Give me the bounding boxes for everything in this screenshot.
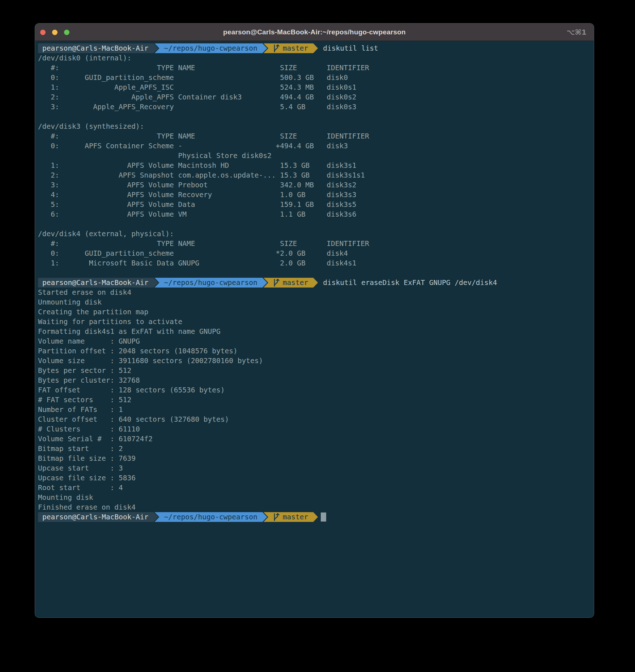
command-text-1: diskutil list bbox=[323, 43, 378, 53]
prompt-git-segment: master bbox=[264, 512, 318, 522]
erase-disk-output: Started erase on disk4 Unmounting disk C… bbox=[38, 288, 591, 512]
git-branch-icon bbox=[273, 513, 280, 521]
window-title-bar[interactable]: pearson@Carls-MacBook-Air:~/repos/hugo-c… bbox=[35, 24, 594, 41]
prompt-line-1: pearson@Carls-MacBook-Air ~/repos/hugo-c… bbox=[38, 43, 591, 53]
prompt-line-current: pearson@Carls-MacBook-Air ~/repos/hugo-c… bbox=[38, 512, 591, 522]
minimize-button[interactable] bbox=[52, 30, 57, 35]
prompt-user-host-segment: pearson@Carls-MacBook-Air bbox=[38, 278, 158, 288]
git-branch-label: master bbox=[283, 278, 308, 288]
prompt-user-host-segment: pearson@Carls-MacBook-Air bbox=[38, 512, 158, 522]
window-shortcut-badge: ⌥⌘1 bbox=[566, 24, 587, 41]
diskutil-list-output: /dev/disk0 (internal): #: TYPE NAME SIZE… bbox=[38, 53, 591, 268]
window-title: pearson@Carls-MacBook-Air:~/repos/hugo-c… bbox=[223, 28, 406, 36]
git-branch-icon bbox=[273, 278, 280, 287]
block-cursor bbox=[321, 512, 326, 522]
git-branch-label: master bbox=[283, 43, 308, 53]
terminal-screen[interactable]: pearson@Carls-MacBook-Air ~/repos/hugo-c… bbox=[35, 41, 594, 617]
close-button[interactable] bbox=[40, 30, 46, 35]
git-branch-label: master bbox=[283, 512, 308, 522]
terminal-window: pearson@Carls-MacBook-Air:~/repos/hugo-c… bbox=[35, 23, 594, 618]
zoom-button[interactable] bbox=[64, 30, 69, 35]
prompt-git-segment: master bbox=[264, 278, 318, 288]
traffic-lights bbox=[40, 24, 69, 41]
prompt-cwd-segment: ~/repos/hugo-cwpearson bbox=[155, 512, 267, 522]
prompt-line-2: pearson@Carls-MacBook-Air ~/repos/hugo-c… bbox=[38, 278, 591, 288]
command-text-2: diskutil eraseDisk ExFAT GNUPG /dev/disk… bbox=[323, 278, 497, 288]
prompt-git-segment: master bbox=[264, 43, 318, 53]
git-branch-icon bbox=[273, 44, 280, 52]
prompt-cwd-segment: ~/repos/hugo-cwpearson bbox=[155, 278, 267, 288]
prompt-user-host-segment: pearson@Carls-MacBook-Air bbox=[38, 43, 158, 53]
prompt-cwd-segment: ~/repos/hugo-cwpearson bbox=[155, 43, 267, 53]
